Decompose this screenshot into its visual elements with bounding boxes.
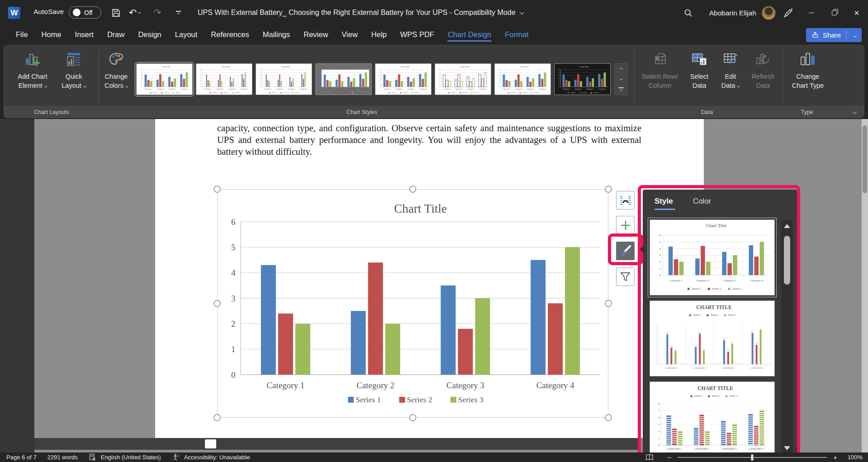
restore-button[interactable]: [823, 0, 845, 26]
tab-chart-design[interactable]: Chart Design: [441, 29, 498, 43]
svg-text:CATEGORY 3: CATEGORY 3: [721, 448, 736, 450]
focus-button[interactable]: [645, 454, 654, 461]
share-button[interactable]: Share: [806, 28, 862, 42]
panel-scrollbar[interactable]: [781, 219, 793, 452]
chart-filters-button[interactable]: [616, 267, 635, 286]
svg-text:2: 2: [260, 81, 261, 82]
zoom-slider-thumb[interactable]: [751, 454, 754, 461]
autosave-toggle-knob: [73, 9, 81, 16]
zoom-out-button[interactable]: −: [665, 453, 673, 461]
page-indicator[interactable]: Page 6 of 7: [6, 454, 37, 461]
tab-mailings[interactable]: Mailings: [256, 29, 297, 43]
vertical-scrollbar[interactable]: [862, 119, 868, 452]
refresh-data-icon: [755, 51, 771, 69]
accessibility-button[interactable]: ?: [172, 453, 180, 461]
switch-row-column-button[interactable]: Switch Row/Column: [637, 48, 683, 104]
chart-style-thumbnail-3[interactable]: 0123456Chart TitleCategory 1Category 2Ca…: [256, 63, 312, 95]
chart-elements-button[interactable]: [616, 216, 635, 234]
refresh-data-button[interactable]: RefreshData: [746, 48, 780, 104]
search-button[interactable]: [678, 0, 698, 26]
chart-style-thumbnail-8[interactable]: 0123456Chart TitleCategory 1Category 2Ca…: [554, 63, 611, 95]
chart-style-thumbnail-2[interactable]: 0123456Chart TitleCategory 1Category 2Ca…: [196, 63, 252, 95]
word-app-icon[interactable]: W: [8, 7, 20, 19]
customize-toolbar-button[interactable]: [171, 6, 185, 19]
editor-pen-button[interactable]: [776, 0, 800, 26]
chart-style-thumbnail-5[interactable]: 0123456Chart TitleCategory 1Category 2Ca…: [375, 63, 432, 95]
gallery-more-icon: [619, 88, 622, 91]
scroll-down-icon[interactable]: [784, 446, 790, 450]
undo-button[interactable]: ↶: [126, 6, 144, 19]
svg-text:Chart Title: Chart Title: [222, 66, 231, 68]
svg-text:0: 0: [379, 86, 380, 88]
collapse-ribbon-icon[interactable]: [853, 108, 856, 116]
tab-style[interactable]: Style: [655, 197, 673, 210]
zoom-slider[interactable]: [678, 457, 827, 458]
chart-style-thumbnail-6[interactable]: 0123456Chart TitleCategory 1Category 2Ca…: [435, 63, 491, 95]
tab-home[interactable]: Home: [35, 29, 68, 43]
chart-style-thumbnail-4[interactable]: 0123456Chart TitleCategory 1Category 2Ca…: [315, 63, 372, 95]
style-preview-3[interactable]: 0123456CHART TITLECATEGORY 1CATEGORY 2CA…: [650, 381, 775, 452]
document-title[interactable]: UPS With External Battery_ Choosing the …: [198, 9, 523, 17]
svg-text:1: 1: [439, 83, 440, 85]
tab-design[interactable]: Design: [131, 29, 168, 43]
accessibility-status[interactable]: Accessibility: Unavailable: [184, 454, 250, 461]
zoom-level[interactable]: 100%: [839, 454, 863, 461]
gallery-scroll-up-button[interactable]: [614, 63, 628, 73]
vertical-scrollbar-thumb[interactable]: [863, 125, 867, 193]
word-count[interactable]: 2291 words: [47, 454, 78, 461]
tab-insert[interactable]: Insert: [68, 29, 100, 43]
language-indicator[interactable]: English (United States): [101, 454, 161, 461]
save-button[interactable]: [109, 6, 123, 19]
share-caret-icon[interactable]: [850, 31, 860, 39]
svg-text:3: 3: [499, 77, 500, 79]
autosave-toggle[interactable]: Off: [69, 6, 101, 19]
chart-style-thumbnail-7[interactable]: 0123456Chart TitleCategory 1Category 2Ca…: [494, 63, 551, 95]
document-paragraph[interactable]: capacity, connection type, and configura…: [217, 122, 641, 157]
svg-text:Category 3: Category 3: [526, 88, 534, 90]
svg-text:Series 1: Series 1: [356, 395, 381, 404]
user-name[interactable]: Abobarin Elijah: [709, 9, 756, 17]
gallery-more-button[interactable]: [614, 85, 628, 95]
svg-text:5: 5: [559, 72, 560, 74]
layout-options-button[interactable]: [616, 191, 635, 210]
tab-wps-pdf[interactable]: WPS PDF: [394, 29, 441, 43]
tab-help[interactable]: Help: [365, 29, 394, 43]
chart-style-thumbnail-1[interactable]: 0123456Chart TitleCategory 1Category 2Ca…: [136, 63, 193, 95]
edit-data-button[interactable]: EditData: [716, 48, 745, 104]
change-chart-type-button[interactable]: ChangeChart Type: [785, 48, 830, 104]
tab-references[interactable]: References: [204, 29, 256, 43]
svg-text:2: 2: [141, 81, 142, 82]
quick-layout-button[interactable]: QuickLayout: [55, 48, 92, 104]
tab-view[interactable]: View: [335, 29, 364, 43]
svg-text:3: 3: [231, 294, 235, 303]
svg-text:Series 2: Series 2: [582, 92, 587, 94]
style-preview-1[interactable]: 0123456Chart TitleCategory 1Category 2Ca…: [650, 219, 775, 295]
change-colors-button[interactable]: ChangeColors: [97, 48, 136, 104]
tab-format[interactable]: Format: [498, 29, 535, 43]
zoom-in-button[interactable]: +: [831, 453, 839, 461]
style-preview-2[interactable]: 4.32.53.54.52.44.41.82.82235CHART TITLEC…: [650, 300, 775, 376]
svg-text:Category 3: Category 3: [288, 88, 295, 90]
panel-scrollbar-thumb[interactable]: [784, 236, 790, 285]
tab-draw[interactable]: Draw: [100, 29, 132, 43]
document-chart[interactable]: 0123456Chart TitleCategory 1Category 2Ca…: [212, 184, 614, 423]
tab-layout[interactable]: Layout: [168, 29, 204, 43]
user-avatar[interactable]: [762, 6, 776, 20]
svg-text:Category 3: Category 3: [228, 88, 236, 90]
tab-file[interactable]: File: [9, 29, 35, 43]
tab-color[interactable]: Color: [693, 197, 711, 210]
tab-review[interactable]: Review: [297, 29, 335, 43]
horizontal-scrollbar[interactable]: [34, 438, 640, 450]
svg-text:Category 2: Category 2: [455, 88, 463, 90]
scroll-up-icon[interactable]: [784, 224, 790, 228]
redo-button[interactable]: ↷: [150, 6, 165, 19]
select-data-button[interactable]: SelectData: [685, 48, 714, 104]
chart-styles-button[interactable]: [616, 242, 635, 260]
add-chart-element-button[interactable]: Add ChartElement: [11, 48, 54, 104]
gallery-scroll-down-button[interactable]: [614, 74, 628, 84]
horizontal-scrollbar-thumb[interactable]: [205, 439, 216, 448]
proofing-button[interactable]: [89, 453, 96, 461]
minimize-button[interactable]: [800, 0, 823, 26]
close-button[interactable]: ✕: [845, 0, 868, 26]
quick-layout-caret-icon: [83, 84, 86, 87]
